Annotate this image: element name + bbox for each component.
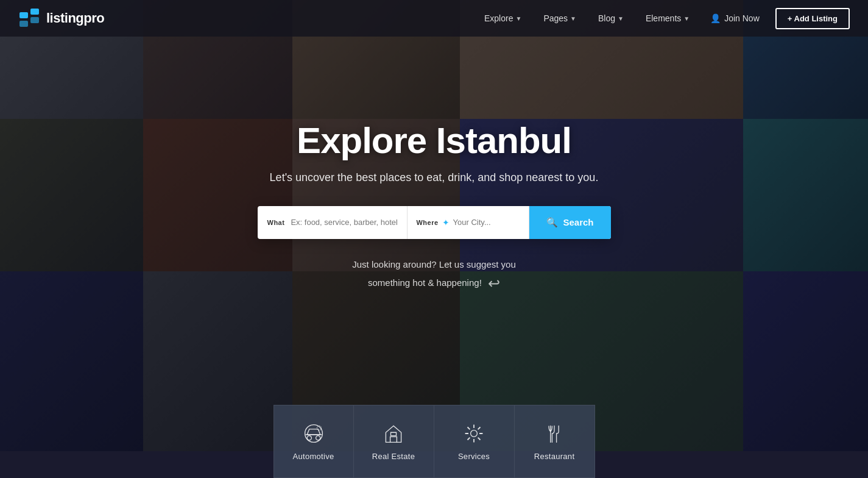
hero-section: Explore Istanbul Let's uncover the best … <box>0 37 868 427</box>
real-estate-icon <box>383 423 404 444</box>
search-bar: What Where ✦ ▾ 🔍 Search <box>258 206 611 239</box>
hero-title: Explore Istanbul <box>297 120 571 162</box>
nav-blog[interactable]: Blog ▼ <box>587 0 635 37</box>
suggest-text: Just looking around? Let us suggest you … <box>352 257 516 295</box>
hero-subtitle: Let's uncover the best places to eat, dr… <box>270 171 599 184</box>
category-services[interactable]: Services <box>434 405 515 478</box>
chevron-down-icon: ▼ <box>570 15 576 22</box>
nav-pages[interactable]: Pages ▼ <box>532 0 587 37</box>
automotive-label: Automotive <box>292 452 334 461</box>
nav-elements[interactable]: Elements ▼ <box>635 0 700 37</box>
logo-text: listingpro <box>46 10 104 26</box>
search-button[interactable]: 🔍 Search <box>529 206 610 239</box>
arrow-icon: ↩ <box>488 272 500 295</box>
logo-icon <box>18 7 40 29</box>
category-restaurant[interactable]: Restaurant <box>515 405 595 478</box>
svg-point-6 <box>316 435 320 440</box>
what-label: What <box>267 219 285 226</box>
svg-point-5 <box>307 435 311 440</box>
chevron-down-icon: ▼ <box>515 15 521 22</box>
svg-point-8 <box>471 430 478 437</box>
category-strip: Automotive Real Estate Services Restaura… <box>0 405 868 478</box>
svg-rect-1 <box>30 9 39 15</box>
svg-rect-3 <box>30 17 39 23</box>
restaurant-icon <box>543 423 565 444</box>
svg-rect-0 <box>19 12 28 18</box>
header: listingpro Explore ▼ Pages ▼ Blog ▼ Elem… <box>0 0 868 37</box>
nav-explore[interactable]: Explore ▼ <box>473 0 532 37</box>
where-label: Where <box>416 219 438 226</box>
chevron-down-icon: ▼ <box>683 15 690 22</box>
add-listing-button[interactable]: + Add Listing <box>775 8 850 29</box>
real-estate-label: Real Estate <box>372 452 415 461</box>
what-input[interactable] <box>291 218 397 227</box>
chevron-down-icon: ▼ <box>618 15 624 22</box>
main-nav: Explore ▼ Pages ▼ Blog ▼ Elements ▼ 👤 Jo… <box>473 0 850 37</box>
user-icon: 👤 <box>710 13 721 23</box>
search-icon: 🔍 <box>546 217 558 228</box>
restaurant-label: Restaurant <box>534 452 575 461</box>
category-real-estate[interactable]: Real Estate <box>354 405 434 478</box>
services-label: Services <box>458 452 490 461</box>
search-where-section: Where ✦ ▾ <box>408 206 529 239</box>
category-automotive[interactable]: Automotive <box>273 405 354 478</box>
location-icon: ✦ <box>442 218 450 227</box>
search-what-section: What <box>258 206 408 239</box>
logo[interactable]: listingpro <box>18 7 104 29</box>
automotive-icon <box>303 423 325 444</box>
svg-rect-2 <box>19 21 28 27</box>
join-now-button[interactable]: 👤 Join Now <box>700 0 769 37</box>
services-icon <box>463 423 485 444</box>
